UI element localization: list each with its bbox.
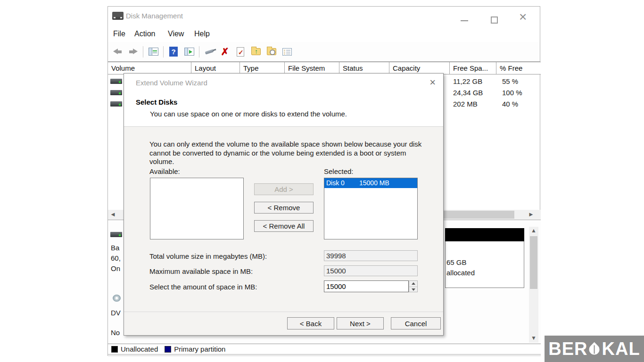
unallocated-partition-bar[interactable] [445,228,524,241]
column-header-type[interactable]: Type [240,62,285,74]
wizard-subheading: You can use space on one or more disks t… [150,110,347,118]
scroll-right-icon[interactable]: ► [526,210,536,220]
cancel-button[interactable]: Cancel [391,317,441,329]
free-space-value: 202 MB [453,100,478,108]
available-listbox[interactable] [150,178,244,239]
menu-help[interactable]: Help [194,30,210,38]
divider [124,312,443,312]
show-console-tree-icon[interactable] [148,46,159,58]
remove-all-button[interactable]: < Remove All [254,220,314,232]
select-space-input[interactable] [324,280,409,292]
check-document-icon[interactable] [235,46,246,58]
selected-listbox[interactable]: Disk 0 15000 MB [324,178,418,239]
max-space-value [324,265,418,276]
column-header-row: Volume Layout Type File System Status Ca… [108,62,541,74]
total-size-value [324,250,418,261]
toolbar-separator [143,46,143,58]
disk-label-truncated: Ba [111,244,119,252]
unallocated-partition-box[interactable]: 65 GB allocated [445,241,524,288]
unallocated-size-truncated: 65 GB [446,258,467,266]
folder-search-icon[interactable] [266,46,277,58]
quantity-stepper [409,280,418,292]
extend-volume-wizard-dialog: Extend Volume Wizard × Select Disks You … [124,73,444,336]
wizard-header: Extend Volume Wizard × Select Disks You … [124,74,443,127]
legend-primary-partition-label: Primary partition [174,345,225,353]
back-icon[interactable] [112,46,123,58]
max-space-label: Maximum available space in MB: [149,267,253,275]
back-button[interactable]: < Back [287,317,334,329]
scroll-left-icon[interactable]: ◄ [108,210,118,220]
selected-disk-name: Disk 0 [326,179,345,187]
berakal-watermark: BER KAL [545,336,644,362]
dvd-status-truncated: No [111,329,120,337]
status-strip [108,354,541,356]
dialog-close-icon[interactable]: × [429,76,436,89]
vertical-scroll-thumb[interactable] [530,236,537,289]
help-icon[interactable] [168,46,179,58]
selected-disk-item[interactable]: Disk 0 15000 MB [324,178,417,188]
select-space-label: Select the amount of space in MB: [149,283,257,291]
toolbar-separator [199,46,199,58]
column-header-volume[interactable]: Volume [108,62,191,74]
menu-file[interactable]: File [113,30,125,38]
details-list-icon[interactable] [281,46,293,58]
volume-icon [110,90,122,95]
logo-text-left: BER [548,340,587,358]
menu-action[interactable]: Action [134,30,155,38]
menu-view[interactable]: View [168,30,184,38]
volume-icon [110,79,122,84]
selected-disk-size: 15000 MB [359,179,389,187]
window-title: Disk Management [126,12,183,20]
dialog-title: Extend Volume Wizard [136,79,207,87]
column-header-status[interactable]: Status [339,62,389,74]
disk-icon [110,232,122,237]
logo-text-right: KAL [602,340,640,358]
tool-icon[interactable] [204,46,215,58]
disk-management-app-icon [112,12,124,20]
minimize-icon[interactable] [461,20,468,21]
legend-primary-partition: Primary partition [165,345,225,353]
scroll-up-icon[interactable]: ▲ [529,227,538,235]
unallocated-label-truncated: allocated [446,269,475,277]
wizard-body: You can only extend the volume to the av… [124,127,443,335]
column-header-file-system[interactable]: File System [285,62,339,74]
toolbar [108,42,540,62]
show-action-pane-icon[interactable] [183,46,195,58]
dvd-label-truncated: DV [111,309,121,317]
next-button[interactable]: Next > [337,317,384,329]
column-header-layout[interactable]: Layout [191,62,240,74]
stepper-up-icon[interactable] [409,281,417,286]
column-header-capacity[interactable]: Capacity [389,62,450,74]
percent-free-value: 100 % [502,89,522,97]
percent-free-value: 40 % [502,100,518,108]
free-space-value: 24,34 GB [453,89,483,97]
scroll-down-icon[interactable]: ▼ [529,334,538,343]
maximize-icon[interactable] [491,16,498,24]
unallocated-swatch [111,346,118,353]
free-space-value: 11,22 GB [453,77,482,85]
percent-free-value: 55 % [502,77,518,85]
forward-icon[interactable] [127,46,139,58]
menu-bar: File Action View Help [108,26,540,42]
selected-label: Selected: [324,167,354,175]
available-label: Available: [149,167,180,175]
volume-icon [110,101,122,107]
folder-upload-icon[interactable] [250,46,262,58]
stepper-down-icon[interactable] [409,287,417,292]
leaf-icon [587,342,602,357]
title-bar: Disk Management × [108,7,540,26]
add-button[interactable]: Add > [254,183,314,195]
column-header-free-space[interactable]: Free Spa... [450,62,496,74]
disk-size-truncated: 60, [111,254,121,262]
column-header-percent-free[interactable]: % Free [496,62,541,74]
vertical-scrollbar[interactable]: ▲ ▼ [529,227,538,343]
legend-unallocated: Unallocated [111,345,158,353]
primary-partition-swatch [165,346,171,353]
wizard-body-text: You can only extend the volume to the av… [149,140,424,166]
wizard-heading: Select Disks [136,98,177,106]
close-icon[interactable]: × [519,10,527,24]
total-size-label: Total volume size in megabytes (MB): [149,252,267,260]
remove-button[interactable]: < Remove [254,202,314,214]
legend-bar: Unallocated Primary partition [108,344,541,354]
delete-icon[interactable] [219,46,231,58]
